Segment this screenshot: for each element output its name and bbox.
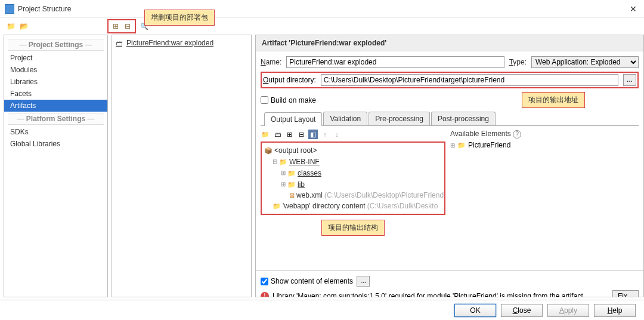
tree-classes[interactable]: classes: [298, 168, 321, 179]
folder-icon: [279, 156, 287, 167]
remove-icon[interactable]: [123, 21, 132, 31]
options-button[interactable]: ...: [357, 276, 370, 287]
war-icon: [116, 39, 124, 47]
tree-toolbar: [261, 130, 445, 139]
folder-icon: [273, 201, 281, 211]
new-archive-icon[interactable]: [273, 130, 282, 139]
xml-icon: [289, 190, 295, 201]
expand-node-icon[interactable]: [450, 141, 455, 149]
tab-postprocessing[interactable]: Post-processing: [431, 112, 496, 125]
sidebar-heading-platform: Platform Settings: [8, 113, 104, 125]
tree-root: <output root>: [274, 145, 317, 156]
callout-structure: 项目的输出结构: [321, 220, 385, 236]
top-toolbar: [0, 18, 644, 35]
window-title: Project Structure: [18, 5, 627, 13]
output-tree[interactable]: <output root> WEB-INF classes lib web.xm…: [261, 141, 445, 215]
ok-button[interactable]: OK: [454, 304, 496, 317]
detail-header: Artifact 'PictureFriend:war exploded': [256, 35, 643, 51]
folder-icon: [287, 168, 296, 179]
show-content-check[interactable]: Show content of elements: [261, 277, 353, 285]
new-folder-icon[interactable]: [261, 130, 270, 139]
help-icon[interactable]: ?: [513, 130, 521, 139]
sidebar-item-modules[interactable]: Modules: [4, 64, 107, 76]
avail-heading: Available Elements: [450, 130, 511, 138]
collapse-node-icon[interactable]: [281, 167, 286, 179]
tree-webxml[interactable]: web.xml: [296, 190, 323, 201]
error-text: Library 'Maven: com.sun:tools:1.5.0' req…: [273, 292, 609, 297]
tab-validation[interactable]: Validation: [323, 112, 367, 125]
error-icon: !: [261, 292, 269, 297]
sidebar-item-libraries[interactable]: Libraries: [4, 76, 107, 88]
add-icon[interactable]: [111, 21, 120, 31]
expand-icon[interactable]: [284, 130, 294, 139]
name-input[interactable]: [286, 56, 504, 68]
help-button[interactable]: Help: [594, 304, 636, 317]
tab-preprocessing[interactable]: Pre-processing: [369, 112, 430, 125]
button-bar: OK Close Apply Help: [0, 300, 644, 320]
apply-button[interactable]: Apply: [547, 304, 589, 317]
artifacts-list: PictureFriend:war exploded: [112, 35, 252, 297]
detail-panel: Artifact 'PictureFriend:war exploded' Na…: [255, 35, 644, 297]
callout-add-remove: 增删项目的部署包: [144, 10, 215, 26]
type-select[interactable]: Web Application: Exploded: [531, 56, 639, 68]
home-icon[interactable]: [6, 21, 16, 31]
sidebar-item-artifacts[interactable]: Artifacts: [4, 100, 107, 112]
tab-body: <output root> WEB-INF classes lib web.xm…: [261, 130, 639, 267]
down-icon[interactable]: [332, 130, 342, 139]
sidebar-item-global-libs[interactable]: Global Libraries: [4, 138, 107, 150]
sidebar-item-project[interactable]: Project: [4, 52, 107, 64]
add-remove-group: [107, 19, 136, 33]
artifact-label: PictureFriend:war exploded: [126, 39, 213, 47]
up-icon[interactable]: [320, 130, 330, 139]
package-icon: [264, 145, 273, 156]
folder-icon: [287, 179, 296, 190]
close-button[interactable]: Close: [501, 304, 543, 317]
collapse-node-icon[interactable]: [281, 179, 286, 190]
available-elements: Available Elements ? PictureFriend: [450, 130, 639, 267]
name-label: Name:: [261, 58, 281, 66]
tabs: Output Layout Validation Pre-processing …: [261, 112, 639, 126]
callout-outdir: 项目的输出地址: [522, 92, 585, 108]
artifact-item[interactable]: PictureFriend:war exploded: [114, 38, 249, 48]
app-icon: [5, 4, 14, 14]
close-icon[interactable]: ✕: [627, 4, 639, 14]
folder-icon: [19, 21, 29, 31]
layout-icon[interactable]: [308, 130, 318, 139]
collapse-icon[interactable]: [296, 130, 306, 139]
sidebar-item-facets[interactable]: Facets: [4, 88, 107, 100]
type-label: Type:: [509, 58, 527, 66]
outdir-label: Output directory:: [263, 76, 316, 84]
browse-button[interactable]: ...: [623, 74, 636, 86]
sidebar-item-sdks[interactable]: SDKs: [4, 126, 107, 138]
main-area: Project Settings Project Modules Librari…: [0, 35, 644, 297]
tab-output-layout[interactable]: Output Layout: [264, 112, 322, 126]
outdir-input[interactable]: [321, 74, 618, 86]
avail-item[interactable]: PictureFriend: [450, 141, 639, 149]
name-row: Name: Type: Web Application: Exploded: [261, 56, 639, 68]
sidebar-heading-project: Project Settings: [8, 39, 104, 51]
tree-lib[interactable]: lib: [298, 179, 305, 190]
fix-button[interactable]: Fix...: [612, 290, 639, 297]
expand-node-icon[interactable]: [273, 156, 277, 167]
output-dir-row: Output directory: ...: [261, 72, 639, 88]
tree-webapp[interactable]: 'webapp' directory content: [283, 201, 366, 211]
sidebar: Project Settings Project Modules Librari…: [4, 35, 108, 297]
tree-webinf[interactable]: WEB-INF: [289, 156, 320, 167]
title-bar: Project Structure ✕: [0, 0, 644, 18]
build-on-make-check[interactable]: Build on make: [261, 96, 316, 104]
project-icon: [457, 141, 466, 149]
